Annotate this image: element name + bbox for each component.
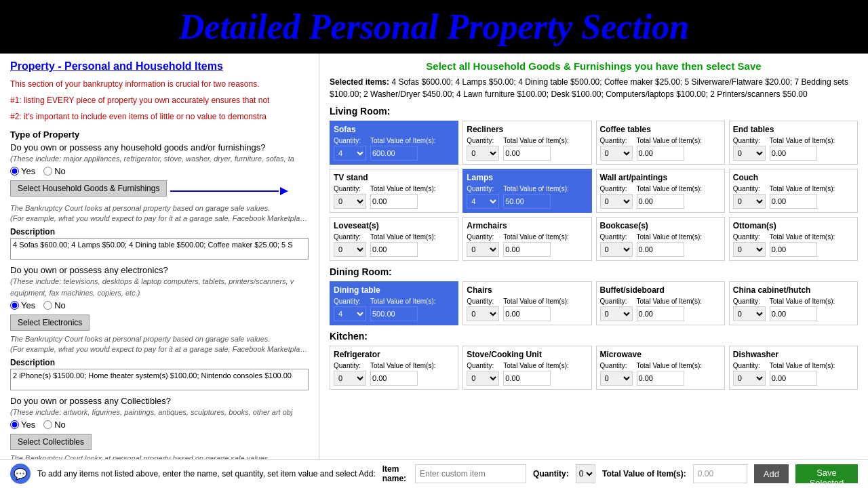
dishwasher-value-input[interactable] (770, 371, 817, 386)
page-title: Detailed Personal Property Section (0, 7, 868, 47)
tv-stand-value-input[interactable] (370, 194, 418, 209)
couch-value-input[interactable] (770, 194, 817, 209)
chairs-value-input[interactable] (503, 306, 551, 321)
armchairs-name: Armchairs (467, 221, 587, 230)
custom-item-qty-select[interactable]: 012345 (576, 464, 595, 483)
buffet-qty-select[interactable]: 0 (600, 306, 633, 321)
desc-label1: Description (10, 227, 309, 237)
q1-yes-label[interactable]: Yes (10, 166, 35, 176)
wall-art-value-input[interactable] (637, 194, 684, 209)
recliners-qty-select[interactable]: 0 (467, 146, 499, 161)
microwave-value-input[interactable] (637, 371, 684, 386)
lamps-name: Lamps (467, 173, 587, 182)
item-name-label: Item name: (382, 464, 406, 483)
bookcase-value-input[interactable] (637, 242, 684, 257)
ottoman-qty-select[interactable]: 0 (733, 242, 766, 257)
item-card-wall-art[interactable]: Wall art/paintings Quantity: 0 Total Val… (596, 169, 725, 213)
couch-qty-label: Quantity: (733, 185, 766, 192)
q2-yes-label[interactable]: Yes (10, 300, 35, 310)
coffee-tables-qty-select[interactable]: 0 (600, 146, 633, 161)
microwave-name: Microwave (600, 350, 721, 359)
item-card-recliners[interactable]: Recliners Quantity: 0 Total Value of Ite… (462, 121, 591, 165)
end-tables-value-label: Total Value of Item(s): (770, 137, 835, 144)
refrigerator-qty-select[interactable]: 0 (334, 371, 366, 386)
item-card-stove[interactable]: Stove/Cooking Unit Quantity: 0 Total Val… (462, 346, 591, 390)
refrigerator-name: Refrigerator (334, 350, 454, 359)
item-card-couch[interactable]: Couch Quantity: 0 Total Value of Item(s)… (729, 169, 858, 213)
lamps-value-input[interactable] (503, 194, 551, 209)
sofas-value-input[interactable] (370, 146, 418, 161)
q3-no-radio[interactable] (43, 420, 52, 429)
armchairs-value-input[interactable] (503, 242, 551, 257)
q2-no-radio[interactable] (43, 301, 52, 310)
item-card-armchairs[interactable]: Armchairs Quantity: 0 Total Value of Ite… (462, 217, 591, 261)
item-card-bookcase[interactable]: Bookcase(s) Quantity: 0 Total Value of I… (596, 217, 725, 261)
kitchen-label: Kitchen: (330, 331, 858, 342)
q3-no-label[interactable]: No (43, 420, 66, 430)
item-card-chairs[interactable]: Chairs Quantity: 0 Total Value of Item(s… (462, 281, 591, 325)
desc-value1: 4 Sofas $600.00; 4 Lamps $50.00; 4 Dinin… (10, 238, 309, 260)
couch-qty-select[interactable]: 0 (733, 194, 766, 209)
q2-yes-radio[interactable] (10, 301, 19, 310)
lamps-qty-select[interactable]: 4 (467, 194, 499, 209)
sofas-qty-select[interactable]: 4 (334, 146, 366, 161)
refrigerator-value-input[interactable] (370, 371, 418, 386)
item-card-china-cabinet[interactable]: China cabinet/hutch Quantity: 0 Total Va… (729, 281, 858, 325)
q1-no-radio[interactable] (43, 167, 52, 176)
select-collectibles-btn[interactable]: Select Collectibles (10, 434, 92, 450)
item-card-refrigerator[interactable]: Refrigerator Quantity: 0 Total Value of … (330, 346, 458, 390)
microwave-qty-select[interactable]: 0 (600, 371, 633, 386)
buffet-value-input[interactable] (637, 306, 684, 321)
custom-item-value-input[interactable] (693, 464, 747, 483)
save-selected-property-button[interactable]: Save Selected Property (795, 464, 858, 483)
item-card-dining-table[interactable]: Dining table Quantity: 4 Total Value of … (330, 281, 458, 325)
stove-qty-select[interactable]: 0 (467, 371, 499, 386)
add-button[interactable]: Add (754, 464, 789, 483)
select-electronics-btn[interactable]: Select Electronics (10, 314, 90, 331)
dishwasher-qty-select[interactable]: 0 (733, 371, 766, 386)
item-card-tv-stand[interactable]: TV stand Quantity: 0 Total Value of Item… (330, 169, 458, 213)
item-card-loveseat[interactable]: Loveseat(s) Quantity: 0 Total Value of I… (330, 217, 458, 261)
armchairs-qty-select[interactable]: 0 (467, 242, 499, 257)
ottoman-value-input[interactable] (770, 242, 817, 257)
loveseat-value-input[interactable] (370, 242, 418, 257)
item-card-sofas[interactable]: Sofas Quantity: 4 Total Value of Item(s)… (330, 121, 458, 165)
info-line3: #2: it's important to include even items… (10, 110, 309, 123)
end-tables-value-input[interactable] (770, 146, 817, 161)
item-card-dishwasher[interactable]: Dishwasher Quantity: 0 Total Value of It… (729, 346, 858, 390)
select-household-btn[interactable]: Select Household Goods & Furnishings (10, 180, 167, 197)
coffee-tables-value-input[interactable] (637, 146, 684, 161)
item-card-microwave[interactable]: Microwave Quantity: 0 Total Value of Ite… (596, 346, 725, 390)
china-cabinet-value-input[interactable] (770, 306, 817, 321)
end-tables-qty-select[interactable]: 0 (733, 146, 766, 161)
q1-no-label[interactable]: No (43, 166, 66, 176)
item-card-buffet[interactable]: Buffet/sideboard Quantity: 0 Total Value… (596, 281, 725, 325)
custom-item-input[interactable] (415, 464, 526, 483)
wall-art-qty-select[interactable]: 0 (600, 194, 633, 209)
item-card-coffee-tables[interactable]: Coffee tables Quantity: 0 Total Value of… (596, 121, 725, 165)
q3-yes-label[interactable]: Yes (10, 420, 35, 430)
chairs-qty-select[interactable]: 0 (467, 306, 499, 321)
dining-table-qty-label: Quantity: (334, 298, 366, 305)
recliners-value-input[interactable] (503, 146, 551, 161)
couch-value-label: Total Value of Item(s): (770, 185, 835, 192)
add-item-instruction: To add any items not listed above, enter… (37, 469, 376, 479)
bookcase-qty-select[interactable]: 0 (600, 242, 633, 257)
chat-icon: 💬 (10, 464, 31, 484)
bookcase-qty-label: Quantity: (600, 233, 633, 241)
desc-value2: 2 iPhone(s) $1500.00; Home theater syste… (10, 369, 309, 390)
q1-yes-radio[interactable] (10, 167, 19, 176)
q2-no-label[interactable]: No (43, 300, 66, 310)
item-card-ottoman[interactable]: Ottoman(s) Quantity: 0 Total Value of It… (729, 217, 858, 261)
tv-stand-qty-label: Quantity: (334, 185, 366, 192)
q3-sub: (These include: artwork, figurines, pain… (10, 408, 309, 416)
dining-table-qty-select[interactable]: 4 (334, 306, 366, 321)
tv-stand-qty-select[interactable]: 0 (334, 194, 366, 209)
loveseat-qty-select[interactable]: 0 (334, 242, 366, 257)
china-cabinet-qty-select[interactable]: 0 (733, 306, 766, 321)
q3-yes-radio[interactable] (10, 420, 19, 429)
stove-value-input[interactable] (503, 371, 551, 386)
item-card-lamps[interactable]: Lamps Quantity: 4 Total Value of Item(s)… (462, 169, 591, 213)
dining-table-value-input[interactable] (370, 306, 418, 321)
item-card-end-tables[interactable]: End tables Quantity: 0 Total Value of It… (729, 121, 858, 165)
